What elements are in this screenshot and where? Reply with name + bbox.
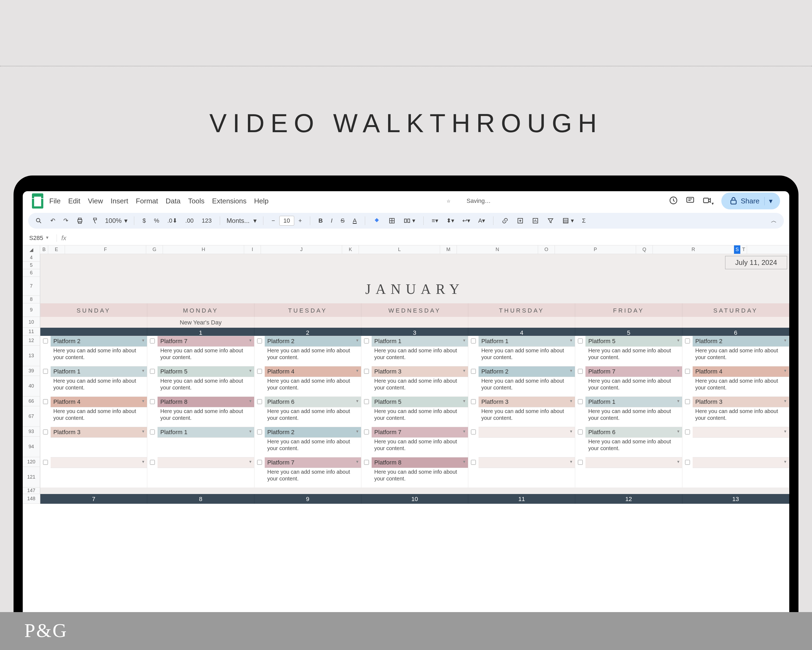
row-header[interactable]: 12 bbox=[23, 336, 40, 346]
slot-description[interactable]: Here you can add some info about your co… bbox=[50, 406, 147, 427]
share-button[interactable]: Share ▾ bbox=[721, 193, 780, 210]
col-header-L[interactable]: L bbox=[359, 245, 440, 254]
spreadsheet-grid[interactable]: ◢BEFGHIJKLMNOPQRST 456789101112133940666… bbox=[23, 245, 789, 618]
platform-select[interactable]: Platform 2 bbox=[50, 336, 147, 347]
share-caret-icon[interactable]: ▾ bbox=[765, 197, 772, 205]
slot-description[interactable]: Here you can add some info about your co… bbox=[265, 376, 361, 396]
rotate-icon[interactable]: A▾ bbox=[477, 216, 487, 225]
row-header[interactable]: 94 bbox=[23, 437, 40, 457]
slot-checkbox[interactable] bbox=[578, 460, 583, 465]
platform-select[interactable]: Platform 2 bbox=[693, 336, 789, 347]
col-header-R[interactable]: R bbox=[653, 245, 734, 254]
platform-select[interactable] bbox=[693, 427, 789, 438]
dec-increase-icon[interactable]: .00 bbox=[184, 216, 195, 225]
slot-description[interactable]: Here you can add some info about your co… bbox=[479, 346, 575, 366]
slot-checkbox[interactable] bbox=[685, 399, 690, 404]
platform-select[interactable]: Platform 7 bbox=[372, 427, 468, 438]
slot-checkbox[interactable] bbox=[150, 399, 155, 404]
platform-select[interactable] bbox=[479, 457, 575, 468]
platform-select[interactable] bbox=[50, 457, 147, 468]
platform-select[interactable]: Platform 5 bbox=[157, 366, 254, 377]
slot-description[interactable]: Here you can add some info about your co… bbox=[157, 376, 254, 396]
slot-description[interactable]: Here you can add some info about your co… bbox=[157, 346, 254, 366]
platform-select[interactable]: Platform 4 bbox=[265, 366, 361, 377]
platform-select[interactable]: Platform 3 bbox=[479, 396, 575, 407]
slot-checkbox[interactable] bbox=[43, 399, 48, 404]
slot-description[interactable]: Here you can add some info about your co… bbox=[585, 437, 682, 457]
name-box[interactable]: S285 bbox=[26, 233, 51, 243]
comment-icon[interactable] bbox=[685, 196, 695, 206]
slot-description[interactable]: Here you can add some info about your co… bbox=[372, 346, 468, 366]
search-icon[interactable] bbox=[34, 216, 44, 225]
zoom-select[interactable]: 100% ▾ bbox=[105, 217, 127, 225]
link-icon[interactable] bbox=[500, 216, 510, 225]
slot-checkbox[interactable] bbox=[150, 460, 155, 465]
slot-description[interactable]: Here you can add some info about your co… bbox=[479, 406, 575, 427]
format-123-button[interactable]: 123 bbox=[200, 216, 213, 225]
menu-tools[interactable]: Tools bbox=[188, 197, 205, 205]
font-select[interactable]: Monts... ▾ bbox=[227, 217, 256, 225]
slot-description[interactable]: Here you can add some info about your co… bbox=[372, 406, 468, 427]
platform-select[interactable]: Platform 3 bbox=[693, 396, 789, 407]
platform-select[interactable]: Platform 8 bbox=[372, 457, 468, 468]
slot-checkbox[interactable] bbox=[257, 338, 262, 343]
history-icon[interactable] bbox=[669, 196, 678, 206]
platform-select[interactable]: Platform 2 bbox=[265, 427, 361, 438]
platform-select[interactable]: Platform 7 bbox=[157, 336, 254, 347]
currency-button[interactable]: $ bbox=[141, 216, 147, 225]
platform-select[interactable]: Platform 1 bbox=[157, 427, 254, 438]
slot-checkbox[interactable] bbox=[685, 369, 690, 374]
table-view-icon[interactable]: ▾ bbox=[560, 216, 575, 225]
slot-checkbox[interactable] bbox=[685, 460, 690, 465]
slot-checkbox[interactable] bbox=[43, 460, 48, 465]
select-all-cell[interactable]: ◢ bbox=[23, 245, 40, 254]
menu-view[interactable]: View bbox=[88, 197, 103, 205]
slot-checkbox[interactable] bbox=[43, 338, 48, 343]
strike-button[interactable]: S bbox=[339, 216, 346, 225]
slot-description[interactable]: Here you can add some info about your co… bbox=[693, 406, 789, 427]
platform-select[interactable]: Platform 4 bbox=[693, 366, 789, 377]
slot-checkbox[interactable] bbox=[578, 369, 583, 374]
slot-checkbox[interactable] bbox=[578, 399, 583, 404]
platform-select[interactable] bbox=[693, 457, 789, 468]
halign-icon[interactable]: ≡▾ bbox=[430, 216, 440, 225]
slot-description[interactable]: Here you can add some info about your co… bbox=[265, 406, 361, 427]
wrap-icon[interactable]: ↩▾ bbox=[461, 216, 472, 225]
col-header-E[interactable]: E bbox=[48, 245, 65, 254]
slot-description[interactable] bbox=[50, 437, 147, 457]
col-header-P[interactable]: P bbox=[555, 245, 636, 254]
valign-icon[interactable]: ⬍▾ bbox=[445, 216, 456, 225]
menu-format[interactable]: Format bbox=[136, 197, 158, 205]
slot-checkbox[interactable] bbox=[364, 338, 369, 343]
col-header-N[interactable]: N bbox=[457, 245, 538, 254]
slot-description[interactable]: Here you can add some info about your co… bbox=[372, 467, 468, 488]
col-header-M[interactable]: M bbox=[440, 245, 457, 254]
dec-decrease-icon[interactable]: .0⬇ bbox=[166, 216, 179, 225]
slot-description[interactable] bbox=[585, 467, 682, 488]
fontsize-plus-button[interactable]: + bbox=[297, 216, 304, 225]
slot-checkbox[interactable] bbox=[578, 430, 583, 434]
slot-checkbox[interactable] bbox=[150, 430, 155, 434]
menu-insert[interactable]: Insert bbox=[111, 197, 128, 205]
meet-icon[interactable]: ▾ bbox=[702, 196, 714, 206]
menu-file[interactable]: File bbox=[49, 197, 61, 205]
slot-description[interactable]: Here you can add some info about your co… bbox=[265, 346, 361, 366]
paint-format-icon[interactable] bbox=[90, 216, 100, 225]
slot-checkbox[interactable] bbox=[471, 399, 476, 404]
col-header-F[interactable]: F bbox=[65, 245, 146, 254]
col-header-K[interactable]: K bbox=[342, 245, 359, 254]
col-header-T[interactable]: T bbox=[740, 245, 747, 254]
menu-help[interactable]: Help bbox=[254, 197, 269, 205]
platform-select[interactable]: Platform 7 bbox=[585, 366, 682, 377]
slot-checkbox[interactable] bbox=[364, 460, 369, 465]
slot-checkbox[interactable] bbox=[364, 430, 369, 434]
platform-select[interactable]: Platform 5 bbox=[372, 396, 468, 407]
slot-checkbox[interactable] bbox=[471, 338, 476, 343]
slot-checkbox[interactable] bbox=[685, 430, 690, 434]
slot-description[interactable]: Here you can add some info about your co… bbox=[372, 437, 468, 457]
collapse-toolbar-icon[interactable]: ︿ bbox=[769, 216, 778, 226]
row-header[interactable]: 67 bbox=[23, 406, 40, 427]
insert-chart-icon[interactable] bbox=[530, 216, 540, 225]
row-header[interactable]: 8 bbox=[23, 296, 40, 303]
slot-description[interactable] bbox=[50, 467, 147, 488]
